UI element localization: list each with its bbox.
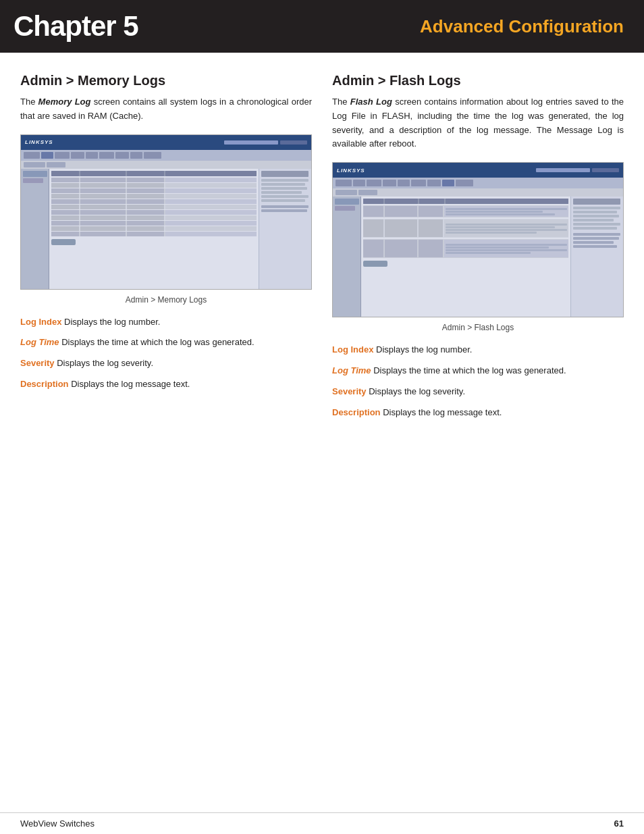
- two-column-layout: Admin > Memory Logs The Memory Log scree…: [20, 73, 624, 426]
- right-section-heading: Admin > Flash Logs: [332, 73, 624, 88]
- right-section-desc: The Flash Log screen contains informatio…: [332, 95, 624, 151]
- field-description-right: Description Displays the log message tex…: [332, 406, 624, 420]
- left-column: Admin > Memory Logs The Memory Log scree…: [20, 73, 312, 426]
- right-column: Admin > Flash Logs The Flash Log screen …: [332, 73, 624, 426]
- left-fields: Log Index Displays the log number. Log T…: [20, 315, 312, 392]
- field-name-description: Description: [20, 379, 69, 389]
- footer-page-number: 61: [614, 818, 624, 829]
- field-log-index-left: Log Index Displays the log number.: [20, 315, 312, 330]
- field-severity-right: Severity Displays the log severity.: [332, 385, 624, 399]
- field-name-log-time: Log Time: [20, 337, 59, 347]
- left-section-desc: The Memory Log screen contains all syste…: [20, 95, 312, 124]
- footer-left-label: WebView Switches: [20, 818, 95, 829]
- memory-log-italic: Memory Log: [38, 97, 91, 107]
- linksys-logo-flash: LINKSYS: [337, 167, 365, 174]
- field-description-left: Description Displays the log message tex…: [20, 377, 312, 392]
- flash-logs-caption: Admin > Flash Logs: [332, 323, 624, 332]
- memory-logs-caption: Admin > Memory Logs: [20, 295, 312, 305]
- page-footer: WebView Switches 61: [0, 812, 644, 834]
- mock-screen-flash: LINKSYS: [333, 163, 623, 317]
- flash-logs-screenshot: LINKSYS: [332, 162, 624, 317]
- field-name-severity-right: Severity: [332, 386, 367, 396]
- field-name-log-time-right: Log Time: [332, 365, 371, 375]
- field-name-log-index: Log Index: [20, 317, 61, 327]
- memory-logs-screenshot: LINKSYS: [20, 134, 312, 290]
- field-name-severity: Severity: [20, 358, 55, 368]
- field-log-time-left: Log Time Displays the time at which the …: [20, 336, 312, 350]
- field-log-index-right: Log Index Displays the log number.: [332, 343, 624, 357]
- mock-screen-header: LINKSYS: [21, 135, 311, 150]
- mock-screen-memory: LINKSYS: [21, 135, 311, 289]
- field-severity-left: Severity Displays the log severity.: [20, 357, 312, 371]
- linksys-logo: LINKSYS: [25, 139, 53, 145]
- page-content: Admin > Memory Logs The Memory Log scree…: [0, 53, 644, 453]
- left-section-heading: Admin > Memory Logs: [20, 73, 312, 88]
- mock-screen-header-flash: LINKSYS: [333, 163, 623, 178]
- right-fields: Log Index Displays the log number. Log T…: [332, 343, 624, 419]
- chapter-title: Chapter 5: [14, 10, 138, 43]
- flash-log-italic: Flash Log: [350, 97, 392, 107]
- field-name-log-index-right: Log Index: [332, 344, 373, 355]
- field-name-description-right: Description: [332, 407, 381, 417]
- field-log-time-right: Log Time Displays the time at which the …: [332, 364, 624, 378]
- section-title: Advanced Configuration: [420, 16, 624, 37]
- page-header: Chapter 5 Advanced Configuration: [0, 0, 644, 53]
